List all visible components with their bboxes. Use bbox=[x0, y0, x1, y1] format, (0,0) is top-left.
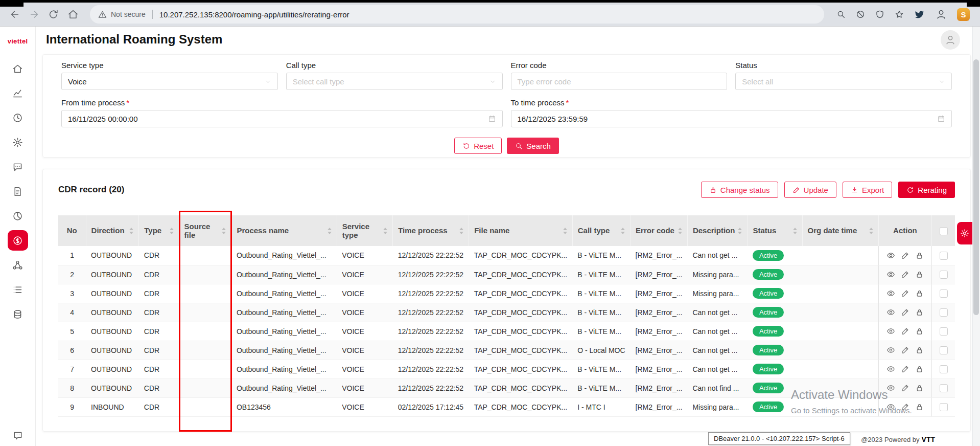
sidebar-item-history[interactable] bbox=[6, 105, 30, 130]
column-header-process-name[interactable]: Process name bbox=[231, 215, 337, 246]
sidebar-item-revenue[interactable] bbox=[6, 302, 30, 326]
view-button[interactable] bbox=[886, 403, 895, 411]
browser-profile-icon[interactable] bbox=[936, 9, 947, 20]
column-header-service-type[interactable]: Service type bbox=[337, 215, 393, 246]
sidebar-item-records[interactable] bbox=[6, 277, 30, 302]
row-checkbox[interactable] bbox=[940, 403, 948, 411]
sidebar-item-reports[interactable] bbox=[6, 204, 30, 228]
change-status-button[interactable]: Change status bbox=[701, 182, 778, 198]
lock-button[interactable] bbox=[915, 327, 924, 336]
lock-button[interactable] bbox=[915, 384, 924, 392]
row-checkbox[interactable] bbox=[940, 327, 948, 336]
row-checkbox[interactable] bbox=[940, 271, 948, 279]
sidebar-item-documents[interactable] bbox=[6, 179, 30, 204]
browser-home-button[interactable] bbox=[67, 9, 79, 20]
blocker-icon[interactable] bbox=[856, 10, 865, 19]
column-header-no: No bbox=[58, 215, 86, 246]
edit-button[interactable] bbox=[901, 384, 909, 392]
s-extension-icon[interactable]: S bbox=[957, 8, 970, 21]
cell-direction: OUTBOUND bbox=[86, 378, 139, 397]
viettel-logo: viettel bbox=[8, 33, 28, 49]
search-button[interactable]: Search bbox=[507, 138, 559, 154]
edit-button[interactable] bbox=[901, 270, 909, 279]
sidebar-item-messages[interactable] bbox=[6, 154, 30, 179]
lock-button[interactable] bbox=[915, 270, 924, 279]
cdr-table: NoDirectionTypeSource fileProcess nameSe… bbox=[58, 215, 955, 417]
lock-button[interactable] bbox=[915, 308, 924, 317]
row-checkbox[interactable] bbox=[940, 346, 948, 354]
reset-button[interactable]: Reset bbox=[454, 138, 502, 154]
view-button[interactable] bbox=[886, 327, 895, 336]
forward-button[interactable] bbox=[29, 9, 40, 20]
edit-button[interactable] bbox=[901, 327, 909, 336]
update-button[interactable]: Update bbox=[784, 182, 836, 198]
export-button[interactable]: Export bbox=[843, 182, 892, 198]
filter-panel: Service type Voice Call type Select call… bbox=[42, 54, 971, 158]
view-button[interactable] bbox=[886, 346, 895, 354]
lock-button[interactable] bbox=[915, 403, 924, 411]
column-header-time-process[interactable]: Time process bbox=[393, 215, 469, 246]
bird-extension-icon[interactable] bbox=[914, 9, 925, 20]
select-all-checkbox[interactable] bbox=[940, 227, 948, 235]
sidebar-item-home[interactable] bbox=[6, 56, 30, 81]
view-button[interactable] bbox=[886, 270, 895, 279]
error-code-placeholder: Type error code bbox=[518, 77, 571, 86]
view-button[interactable] bbox=[886, 308, 895, 317]
sort-icons bbox=[618, 228, 625, 234]
lock-button[interactable] bbox=[915, 365, 924, 373]
lock-button[interactable] bbox=[915, 251, 924, 260]
settings-fab[interactable] bbox=[957, 222, 972, 244]
column-header-error-code[interactable]: Error code bbox=[631, 215, 688, 246]
row-checkbox[interactable] bbox=[940, 252, 948, 260]
cell-org_date_time bbox=[802, 397, 878, 416]
reload-button[interactable] bbox=[48, 9, 59, 20]
cell-direction: OUTBOUND bbox=[86, 265, 139, 284]
column-header-call-type[interactable]: Call type bbox=[572, 215, 630, 246]
row-checkbox[interactable] bbox=[940, 308, 948, 317]
from-time-input[interactable]: 16/11/2025 00:00:00 bbox=[61, 110, 503, 127]
column-header-file-name[interactable]: File name bbox=[469, 215, 573, 246]
row-checkbox[interactable] bbox=[940, 384, 948, 392]
edit-button[interactable] bbox=[901, 365, 909, 373]
column-header-org-date-time[interactable]: Org date time bbox=[802, 215, 878, 246]
edit-button[interactable] bbox=[901, 289, 909, 298]
column-header-direction[interactable]: Direction bbox=[86, 215, 139, 246]
calendar-icon[interactable] bbox=[937, 115, 945, 123]
row-checkbox[interactable] bbox=[940, 289, 948, 298]
calendar-icon[interactable] bbox=[488, 115, 496, 123]
avatar[interactable] bbox=[941, 30, 960, 50]
to-time-input[interactable]: 16/12/2025 23:59:59 bbox=[511, 110, 952, 127]
zoom-icon[interactable] bbox=[836, 10, 846, 19]
back-button[interactable] bbox=[9, 9, 20, 20]
edit-button[interactable] bbox=[901, 308, 909, 317]
favorites-star-icon[interactable] bbox=[895, 10, 904, 19]
column-header-type[interactable]: Type bbox=[139, 215, 179, 246]
call-type-select[interactable]: Select call type bbox=[286, 73, 503, 90]
scrollbar-thumb[interactable] bbox=[973, 59, 979, 315]
view-button[interactable] bbox=[886, 384, 895, 392]
lock-button[interactable] bbox=[915, 289, 924, 298]
view-button[interactable] bbox=[886, 365, 895, 373]
sidebar-item-dashboard[interactable] bbox=[6, 81, 30, 105]
column-header-description[interactable]: Description bbox=[687, 215, 748, 246]
filter-status: Status Select all bbox=[735, 61, 952, 90]
sidebar-item-support[interactable] bbox=[0, 431, 36, 441]
view-button[interactable] bbox=[886, 289, 895, 298]
row-checkbox[interactable] bbox=[940, 365, 948, 373]
sidebar-item-network[interactable] bbox=[6, 253, 30, 277]
sidebar-item-billing-utilities[interactable] bbox=[8, 230, 28, 251]
lock-button[interactable] bbox=[915, 346, 924, 354]
service-type-select[interactable]: Voice bbox=[61, 73, 278, 90]
address-bar[interactable]: Not secure 10.207.252.135:8200/roaming-a… bbox=[90, 5, 824, 24]
edit-button[interactable] bbox=[901, 346, 909, 354]
column-header-source-file[interactable]: Source file bbox=[179, 215, 231, 246]
column-header-status[interactable]: Status bbox=[748, 215, 802, 246]
edit-button[interactable] bbox=[901, 251, 909, 260]
view-button[interactable] bbox=[886, 251, 895, 260]
sidebar-item-settings[interactable] bbox=[6, 130, 30, 154]
status-select[interactable]: Select all bbox=[735, 73, 952, 90]
shield-icon[interactable] bbox=[875, 10, 884, 19]
error-code-input[interactable]: Type error code bbox=[511, 73, 728, 90]
rerating-button[interactable]: Rerating bbox=[898, 182, 955, 198]
edit-button[interactable] bbox=[901, 403, 909, 411]
